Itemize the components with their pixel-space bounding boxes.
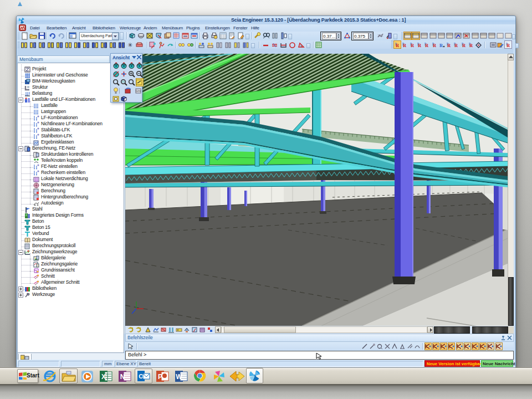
svg-text:N: N (120, 373, 125, 381)
svg-text:W: W (176, 373, 182, 381)
svg-text:R: R (439, 43, 443, 48)
svg-text:P: P (158, 373, 162, 381)
svg-text:X: X (101, 373, 106, 381)
svg-text:Gfx: Gfx (136, 89, 141, 93)
